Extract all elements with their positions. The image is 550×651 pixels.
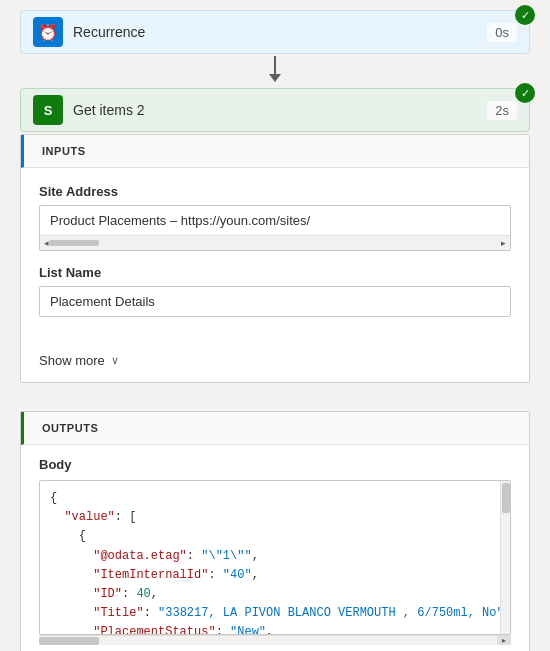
get-items-time: 2s [487,101,517,120]
json-line-4: "ItemInternalId": "40", [50,566,500,585]
arrow-head [269,74,281,82]
flow-container: ⏰ Recurrence 0s ✓ S Get items 2 2s ✓ INP… [0,0,550,651]
get-items-step[interactable]: S Get items 2 2s ✓ [20,88,530,132]
get-items-icon: S [33,95,63,125]
scroll-left-icon[interactable]: ◂ [40,238,49,248]
recurrence-time: 0s [487,23,517,42]
recurrence-label: Recurrence [73,24,145,40]
inputs-panel: INPUTS Site Address Product Placements –… [20,134,530,383]
json-content: { "value": [ { "@odata.etag": "\"1\"", "… [40,481,510,634]
site-address-value: Product Placements – https://youn.com/si… [40,206,510,235]
show-more-row[interactable]: Show more ∨ [21,347,529,382]
outputs-panel: OUTPUTS Body { "value": [ { "@odata.etag… [20,411,530,651]
arrow-down-1 [265,56,285,86]
recurrence-check: ✓ [515,5,535,25]
recurrence-icon: ⏰ [33,17,63,47]
step-left-2: S Get items 2 [33,95,145,125]
list-name-value: Placement Details [39,286,511,317]
json-line-1: "value": [ [50,508,500,527]
site-scroll-row[interactable]: ◂ ▸ [40,235,510,250]
json-line-5: "ID": 40, [50,585,500,604]
scroll-right-icon[interactable]: ▸ [501,238,510,248]
json-line-0: { [50,489,500,508]
outputs-section-label: OUTPUTS [42,422,98,434]
json-h-scrollbar-thumb [39,637,99,645]
body-label: Body [21,445,529,480]
inputs-section-header: INPUTS [21,135,529,168]
site-address-label: Site Address [39,184,511,199]
json-line-3: "@odata.etag": "\"1\"", [50,547,500,566]
recurrence-step[interactable]: ⏰ Recurrence 0s ✓ [20,10,530,54]
json-scrollbar-thumb [502,483,510,513]
list-name-label: List Name [39,265,511,280]
h-scroll-right-icon[interactable]: ▸ [497,636,511,645]
json-box[interactable]: { "value": [ { "@odata.etag": "\"1\"", "… [39,480,511,635]
json-line-7: "PlacementStatus": "New", [50,623,500,634]
get-items-label: Get items 2 [73,102,145,118]
json-line-6: "Title": "338217, LA PIVON BLANCO VERMOU… [50,604,500,623]
site-address-wrapper: Product Placements – https://youn.com/si… [39,205,511,251]
arrow-line [274,56,276,74]
json-h-scrollbar[interactable]: ▸ [39,635,511,645]
site-address-box: Product Placements – https://youn.com/si… [39,205,511,251]
json-scrollbar[interactable] [500,481,510,634]
json-line-2: { [50,527,500,546]
inputs-content: Site Address Product Placements – https:… [21,168,529,347]
outputs-section-header: OUTPUTS [21,412,529,445]
show-more-label: Show more [39,353,105,368]
inputs-section-label: INPUTS [42,145,86,157]
step-left: ⏰ Recurrence [33,17,145,47]
connection-row: Connection: [21,645,529,651]
chevron-down-icon: ∨ [111,354,119,367]
get-items-check: ✓ [515,83,535,103]
